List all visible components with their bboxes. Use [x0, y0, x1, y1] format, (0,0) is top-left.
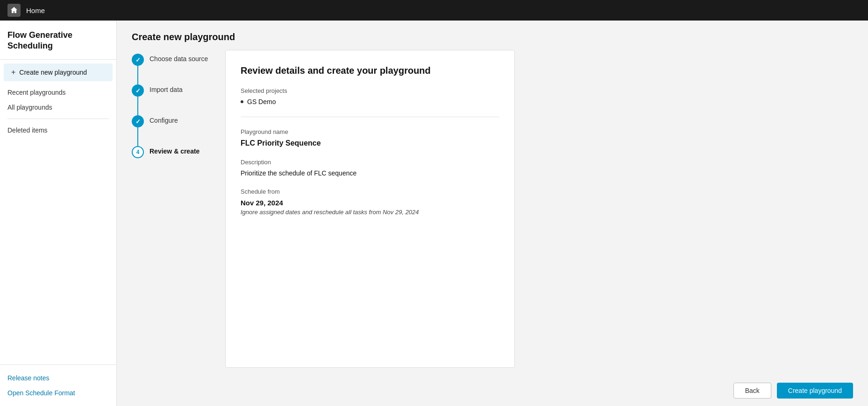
selected-project-name: GS Demo: [247, 98, 276, 105]
selected-projects-label: Selected projects: [241, 87, 499, 94]
step-connector-3: [137, 127, 138, 146]
footer-actions: Back Create playground: [117, 375, 868, 406]
review-card-title: Review details and create your playgroun…: [241, 65, 499, 76]
step-4: 4 Review & create: [132, 146, 225, 158]
release-notes-link[interactable]: Release notes: [0, 371, 116, 385]
create-new-playground-button[interactable]: + Create new playground: [4, 63, 113, 81]
step-3-circle: [132, 115, 144, 127]
plus-icon: +: [11, 68, 15, 77]
stepper: Choose data source Import data Configure…: [132, 50, 225, 368]
step-connector-1: [137, 66, 138, 84]
back-button[interactable]: Back: [733, 383, 771, 399]
schedule-from-date: Nov 29, 2024: [241, 199, 499, 207]
page-header: Create new playground: [117, 21, 868, 50]
selected-project-item: GS Demo: [241, 98, 499, 105]
sidebar-item-recent[interactable]: Recent playgrounds: [0, 85, 116, 100]
selected-projects-section: Selected projects GS Demo: [241, 87, 499, 105]
step-1-circle: [132, 54, 144, 66]
playground-name-label: Playground name: [241, 128, 499, 135]
description-section: Description Prioritize the schedule of F…: [241, 159, 499, 177]
playground-name-section: Playground name FLC Priority Sequence: [241, 128, 499, 147]
step-1: Choose data source: [132, 54, 225, 84]
schedule-from-note: Ignore assigned dates and reschedule all…: [241, 209, 499, 216]
step-2-label: Import data: [149, 84, 183, 93]
bullet-dot: [241, 100, 243, 103]
step-2: Import data: [132, 84, 225, 115]
step-2-circle: [132, 84, 144, 97]
page-layout: Flow Generative Scheduling + Create new …: [0, 21, 868, 406]
content-area: Choose data source Import data Configure…: [117, 50, 868, 375]
sidebar: Flow Generative Scheduling + Create new …: [0, 21, 117, 406]
create-button-label: Create new playground: [19, 69, 87, 76]
open-schedule-format-link[interactable]: Open Schedule Format: [0, 385, 116, 400]
create-playground-button[interactable]: Create playground: [777, 383, 853, 399]
home-icon[interactable]: [7, 4, 21, 17]
sidebar-divider: [7, 119, 109, 119]
sidebar-bottom: Release notes Open Schedule Format: [0, 364, 116, 406]
step-3-label: Configure: [149, 115, 178, 124]
schedule-from-label: Schedule from: [241, 188, 499, 195]
sidebar-item-deleted[interactable]: Deleted items: [0, 123, 116, 138]
step-3: Configure: [132, 115, 225, 146]
step-4-label: Review & create: [149, 146, 199, 155]
playground-name-value: FLC Priority Sequence: [241, 139, 499, 147]
topnav-title: Home: [26, 7, 45, 14]
app-title: Flow Generative Scheduling: [0, 21, 116, 60]
main-content: Create new playground Choose data source…: [117, 21, 868, 406]
description-value: Prioritize the schedule of FLC sequence: [241, 169, 499, 177]
sidebar-item-all[interactable]: All playgrounds: [0, 100, 116, 115]
step-connector-2: [137, 97, 138, 115]
review-divider-1: [241, 117, 499, 117]
schedule-from-section: Schedule from Nov 29, 2024 Ignore assign…: [241, 188, 499, 216]
step-4-circle: 4: [132, 146, 144, 158]
top-navigation: Home: [0, 0, 868, 21]
step-1-label: Choose data source: [149, 54, 208, 63]
description-label: Description: [241, 159, 499, 166]
review-card: Review details and create your playgroun…: [225, 50, 515, 368]
